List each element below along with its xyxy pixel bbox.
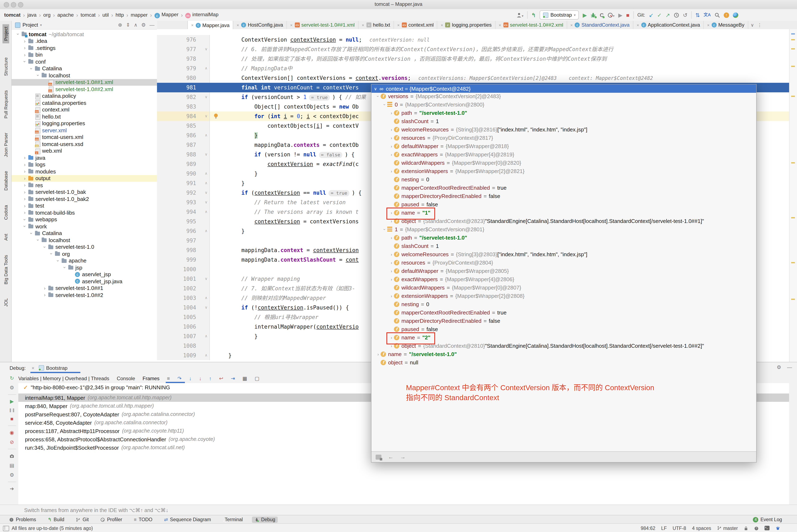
variable-row[interactable]: ›fdefaultWrapper={Mapper$Wrapper@2805} (372, 267, 756, 275)
tool-window-button-profiler[interactable]: Profiler (98, 516, 125, 522)
tree-item[interactable]: ›servelet-test-1.0 (12, 244, 157, 250)
code-line-979[interactable]: 979∧ // MappingData中 (157, 64, 789, 73)
tree-item[interactable]: logging.properties (12, 120, 157, 127)
minimize-window-icon[interactable] (11, 2, 16, 7)
collapse-all-icon[interactable]: ∧ (134, 22, 138, 28)
variable-row[interactable]: ›fname="1" (372, 208, 756, 217)
tool-window-toggle-icon[interactable] (3, 526, 9, 531)
tree-item[interactable]: servelet-test-1.0##1.xml (12, 79, 157, 86)
tree-chevron-icon[interactable]: › (36, 238, 41, 243)
fold-marker-icon[interactable] (203, 255, 210, 265)
tree-chevron-icon[interactable]: › (29, 66, 34, 71)
fold-marker-icon[interactable] (203, 236, 210, 245)
step-over-icon[interactable]: ↷ (177, 375, 182, 381)
tree-item[interactable]: ›webapps (12, 216, 157, 223)
variable-row[interactable]: fwildcardWrappers={Mapper$Wrapper[0]@282… (372, 158, 756, 167)
code-line-977[interactable]: 977∨ // 6. 前面曾讲到MappedContext存放了路径相同的所有版… (157, 44, 789, 54)
editor-tab[interactable]: ×<>servelet-test-1.0##1.xml (287, 21, 359, 29)
sidebar-item-ant[interactable]: Ant (3, 234, 8, 241)
tree-item[interactable]: ›work (12, 223, 157, 230)
tree-item[interactable]: ›servelet-test-1.0_bak2 (12, 195, 157, 202)
variable-row[interactable]: ›fpath="/servelet-test-1.0" (372, 109, 756, 117)
tree-chevron-icon[interactable]: › (22, 176, 27, 181)
tree-chevron-icon[interactable]: › (22, 183, 27, 188)
tree-chevron-icon[interactable]: › (22, 203, 27, 208)
variable-row[interactable]: fslashCount=1 (372, 242, 756, 250)
tree-item[interactable]: hello.txt (12, 113, 157, 120)
debugger-settings-gear-icon[interactable]: ⚙ (10, 472, 14, 478)
tree-item[interactable]: ›tomcat~/gitlab/tomcat (12, 31, 157, 38)
breadcrumb-item[interactable]: tomcat (80, 12, 95, 18)
tree-item[interactable]: ›.settings (12, 44, 157, 51)
maximize-window-icon[interactable] (18, 2, 23, 7)
locate-icon[interactable]: ⊕ (118, 22, 122, 28)
step-into-icon[interactable]: ↓ (189, 375, 192, 381)
sidebar-item-codota[interactable]: Codota (3, 205, 8, 220)
variable-row[interactable]: fmapperContextRootRedirectEnabled=true (372, 308, 756, 317)
close-tab-icon[interactable]: × (570, 23, 573, 27)
tree-item[interactable]: ›org (12, 250, 157, 257)
stop-session-icon[interactable]: ■ (11, 416, 14, 422)
tree-item[interactable]: ›output (12, 175, 157, 182)
tree-chevron-icon[interactable]: › (22, 217, 27, 222)
fold-marker-icon[interactable]: ∧ (203, 207, 210, 217)
event-log-button[interactable]: 4 Event Log (753, 517, 782, 522)
fold-marker-icon[interactable]: ∨ (203, 188, 210, 197)
view-as-icon[interactable] (376, 454, 381, 459)
project-panel-title[interactable]: Project (22, 22, 38, 28)
tree-chevron-icon[interactable]: › (389, 169, 394, 173)
tree-item[interactable]: ›res (12, 182, 157, 189)
sidebar-item-big-data-tools[interactable]: Big Data Tools (3, 255, 8, 284)
tree-chevron-icon[interactable]: › (389, 260, 394, 265)
editor-tab[interactable]: ×cMapper.java (187, 21, 233, 30)
tree-item[interactable]: ›localhost (12, 72, 157, 79)
stop-button[interactable]: ■ (626, 12, 629, 18)
tree-chevron-icon[interactable]: › (389, 252, 394, 256)
fold-marker-icon[interactable] (203, 322, 210, 331)
variable-row[interactable]: ›fexactWrappers={Mapper$Wrapper[4]@2806} (372, 275, 756, 283)
close-tab-icon[interactable]: × (499, 23, 501, 27)
tree-chevron-icon[interactable]: › (42, 286, 47, 291)
tree-chevron-icon[interactable]: › (376, 94, 380, 99)
fold-marker-icon[interactable] (203, 35, 210, 44)
tree-item[interactable]: ›logs (12, 161, 157, 168)
variable-row[interactable]: fnesting=0 (372, 300, 756, 308)
fold-marker-icon[interactable]: ∧ (203, 131, 210, 140)
close-tab-icon[interactable]: × (362, 23, 364, 27)
fold-marker-icon[interactable]: ∨ (203, 44, 210, 54)
profiler-icon[interactable]: ▾ (607, 12, 614, 18)
tree-chevron-icon[interactable]: › (389, 343, 394, 348)
mute-breakpoints-icon[interactable]: ⊘ (10, 439, 14, 445)
run-configuration-select[interactable]: Bootstrap ▾ (540, 11, 579, 20)
tree-item[interactable]: ›test (12, 202, 157, 209)
close-tab-icon[interactable]: × (290, 23, 293, 27)
tree-chevron-icon[interactable]: › (22, 196, 27, 202)
variable-row[interactable]: fpaused=false (372, 200, 756, 208)
drop-frame-icon[interactable]: ↩ (219, 375, 223, 381)
tree-chevron-icon[interactable]: › (49, 252, 54, 256)
tree-chevron-icon[interactable]: › (62, 265, 67, 270)
variable-row[interactable]: ›fexactWrappers={Mapper$Wrapper[4]@2819} (372, 150, 756, 158)
attach-build-icon[interactable]: ↰ (531, 12, 536, 18)
tree-chevron-icon[interactable]: › (42, 245, 47, 249)
fold-marker-icon[interactable]: ∨ (203, 112, 210, 121)
fold-marker-icon[interactable] (203, 159, 210, 169)
breadcrumb-item[interactable]: cMapper (155, 12, 178, 19)
tree-chevron-icon[interactable]: › (389, 335, 394, 340)
fold-marker-icon[interactable]: ∧ (203, 169, 210, 178)
code-line-978[interactable]: 978 // 处理，如果指定了版本号，则返回版本号相等的ContextVersi… (157, 54, 789, 64)
fold-marker-icon[interactable] (203, 140, 210, 150)
variable-row[interactable]: ›fextensionWrappers={Mapper$Wrapper[2]@2… (372, 167, 756, 175)
tree-chevron-icon[interactable]: › (389, 144, 394, 148)
close-tab-icon[interactable]: × (637, 23, 639, 27)
force-step-into-icon[interactable]: ↓ (199, 375, 201, 381)
layout-settings-icon[interactable]: ▢ (255, 375, 259, 381)
tree-item[interactable]: tomcat-users.xsd (12, 140, 157, 148)
tree-chevron-icon[interactable]: › (22, 169, 27, 174)
variable-row[interactable]: fobject=null (372, 358, 756, 366)
close-session-icon[interactable]: × (32, 365, 34, 371)
variable-row[interactable]: fnesting=0 (372, 175, 756, 184)
resume-icon[interactable]: ▶ (10, 398, 14, 404)
paw-plugin-icon[interactable] (775, 526, 780, 530)
close-tab-icon[interactable]: × (441, 23, 443, 27)
